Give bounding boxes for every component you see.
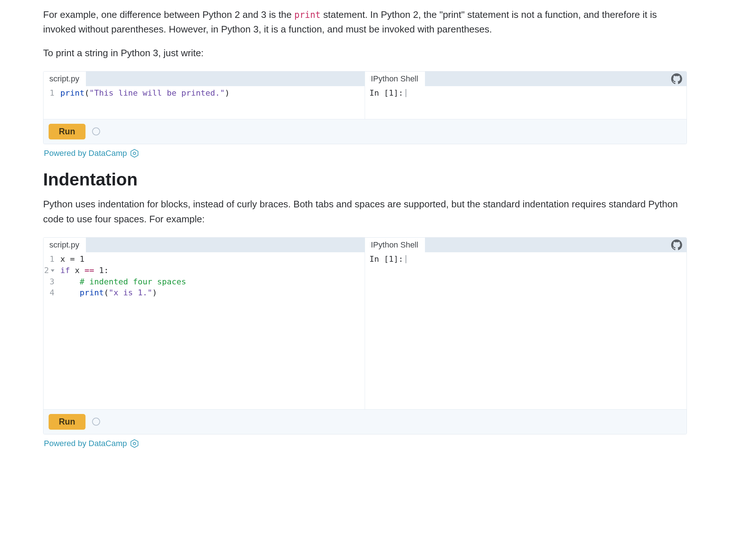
shell-tabbar: IPython Shell [365, 72, 687, 86]
editor-tabbar: script.py [43, 238, 365, 252]
shell-prompt: In [1]: [369, 254, 403, 265]
datacamp-attribution[interactable]: Powered by DataCamp [44, 147, 687, 160]
code-line: 2 if x == 1: [43, 265, 365, 276]
datacamp-badge-icon [130, 149, 139, 158]
code-editor[interactable]: 1 x = 1 2 if x == 1: 3 # indented four s… [43, 252, 365, 409]
shell-cursor-icon [406, 255, 406, 263]
indentation-paragraph: Python uses indentation for blocks, inst… [43, 197, 687, 226]
code-content: if x == 1: [58, 265, 109, 276]
editor-pane: script.py 1 x = 1 2 if x == 1: 3 # inden… [43, 238, 365, 409]
spinner-icon [92, 418, 100, 426]
editor-pane: script.py 1 print("This line will be pri… [43, 72, 365, 119]
code-content: # indented four spaces [58, 276, 186, 288]
intro-paragraph-2: To print a string in Python 3, just writ… [43, 46, 687, 60]
tab-shell[interactable]: IPython Shell [365, 238, 425, 252]
shell-pane: IPython Shell In [1]: [365, 72, 687, 119]
tab-script[interactable]: script.py [43, 72, 86, 86]
datacamp-attribution[interactable]: Powered by DataCamp [44, 437, 687, 450]
editor-tabbar: script.py [43, 72, 365, 86]
code-content: x = 1 [58, 254, 84, 265]
svg-point-0 [133, 152, 136, 154]
shell-output[interactable]: In [1]: [365, 252, 687, 409]
shell-tabbar: IPython Shell [365, 238, 687, 252]
shell-prompt-line: In [1]: [369, 88, 687, 99]
shell-cursor-icon [406, 89, 406, 97]
code-line: 4 print("x is 1.") [43, 287, 365, 299]
run-bar: Run [43, 409, 687, 434]
line-number: 1 [43, 88, 58, 99]
attribution-text: Powered by DataCamp [44, 437, 127, 450]
fold-caret-icon[interactable] [51, 269, 54, 272]
code-line: 1 print("This line will be printed.") [43, 88, 365, 99]
shell-prompt: In [1]: [369, 88, 403, 99]
intro-text-a: For example, one difference between Pyth… [43, 9, 294, 20]
code-line: 1 x = 1 [43, 254, 365, 265]
heading-indentation: Indentation [43, 166, 687, 193]
github-icon[interactable] [671, 239, 682, 250]
inline-code-print: print [294, 10, 321, 20]
run-button[interactable]: Run [49, 124, 85, 139]
tab-script[interactable]: script.py [43, 238, 86, 252]
line-number: 3 [43, 276, 58, 288]
ide-block-2: script.py 1 x = 1 2 if x == 1: 3 # inden… [43, 237, 687, 434]
run-button[interactable]: Run [49, 414, 85, 430]
spinner-icon [92, 127, 100, 135]
code-line: 3 # indented four spaces [43, 276, 365, 288]
github-icon[interactable] [671, 73, 682, 84]
line-number: 4 [43, 287, 58, 299]
svg-point-1 [133, 442, 136, 445]
line-number: 2 [43, 265, 58, 276]
code-editor[interactable]: 1 print("This line will be printed.") [43, 86, 365, 119]
intro-paragraph-1: For example, one difference between Pyth… [43, 7, 687, 37]
attribution-text: Powered by DataCamp [44, 147, 127, 160]
code-content: print("x is 1.") [58, 287, 157, 299]
code-content: print("This line will be printed.") [58, 88, 230, 99]
run-bar: Run [43, 119, 687, 144]
datacamp-badge-icon [130, 439, 139, 448]
ide-block-1: script.py 1 print("This line will be pri… [43, 71, 687, 144]
line-number: 1 [43, 254, 58, 265]
shell-prompt-line: In [1]: [369, 254, 687, 265]
shell-pane: IPython Shell In [1]: [365, 238, 687, 409]
tab-shell[interactable]: IPython Shell [365, 72, 425, 86]
shell-output[interactable]: In [1]: [365, 86, 687, 119]
